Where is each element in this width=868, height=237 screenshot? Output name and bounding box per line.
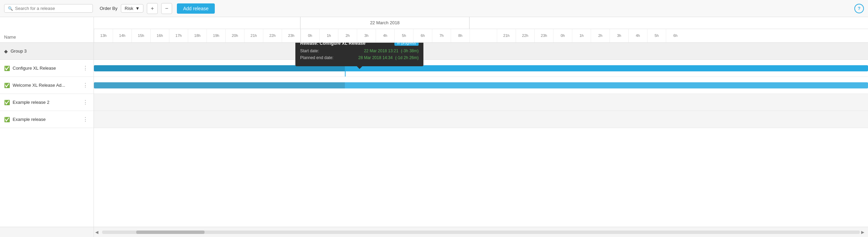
left-panel: Name ◆ Group 3 ✅ Configure XL Release ⋮ …	[0, 17, 94, 237]
group-icon: ◆	[4, 48, 8, 54]
check-icon: ✅	[4, 100, 10, 105]
hour-cell: 5h	[647, 29, 666, 42]
tooltip: Planned end date: 28 Mar 2018 11:34 Runn…	[295, 43, 423, 66]
group-row: ◆ Group 3	[0, 43, 94, 60]
hour-cell: 1h	[319, 29, 338, 42]
hour-cell: 1h	[572, 29, 591, 42]
tooltip-arrow	[357, 66, 362, 69]
hours-before: 13h 14h 15h 16h 17h 18h 19h 20h 21h 22h …	[94, 29, 300, 42]
hour-cell: 23h	[282, 29, 300, 42]
hour-cell: 15h	[131, 29, 150, 42]
hour-cell	[470, 29, 497, 42]
risk-select[interactable]: Risk ▼	[121, 4, 143, 13]
risk-value: Risk	[125, 6, 133, 11]
hour-cell: 17h	[169, 29, 188, 42]
hour-cell: 3h	[610, 29, 628, 42]
tooltip-release-label: Release: Configure XL Release	[300, 43, 365, 46]
in-progress-badge: In progress	[394, 43, 419, 46]
tooltip-start-row: Start date: 22 Mar 2018 13:21 (-3h 38m)	[300, 48, 419, 53]
hour-cell: 8h	[451, 29, 470, 42]
hour-cell: 19h	[207, 29, 225, 42]
more-options-button[interactable]: ⋮	[81, 99, 89, 106]
scroll-left-arrow[interactable]: ◀	[95, 230, 101, 235]
tooltip-start-value: 22 Mar 2018 13:21 (-3h 38m)	[364, 48, 419, 53]
more-options-button[interactable]: ⋮	[81, 116, 89, 123]
hours-after: 21h 22h 23h 0h 1h 2h 3h 4h 5h 6h	[470, 29, 685, 42]
timeline-group-row	[94, 43, 868, 60]
hour-cell: 20h	[225, 29, 244, 42]
search-box[interactable]: 🔍	[4, 4, 93, 13]
check-icon: ✅	[4, 83, 10, 88]
scrollbar-area	[0, 227, 94, 237]
hour-cell: 22h	[516, 29, 534, 42]
group-name: Group 3	[11, 48, 27, 54]
hour-cell: 0h	[300, 29, 319, 42]
scroll-thumb[interactable]	[136, 231, 205, 234]
hour-cell: 14h	[113, 29, 131, 42]
toolbar: 🔍 Order By Risk ▼ + − Add release ?	[0, 0, 868, 17]
main-content: Name ◆ Group 3 ✅ Configure XL Release ⋮ …	[0, 17, 868, 237]
hour-cell: 6h	[666, 29, 685, 42]
hour-cell: 21h	[244, 29, 263, 42]
tooltip-planned-end2-label: Planned end date:	[300, 55, 333, 60]
release-name: Example release 2	[13, 100, 81, 105]
hour-cell: 18h	[188, 29, 207, 42]
release-name: Welcome XL Release Ad...	[13, 83, 81, 88]
release-row[interactable]: ✅ Example release 2 ⋮	[0, 94, 94, 111]
zoom-in-button[interactable]: +	[147, 3, 158, 14]
hour-cell: 21h	[497, 29, 516, 42]
hour-cell: 7h	[432, 29, 451, 42]
release-bar	[94, 65, 868, 71]
hour-cell: 6h	[413, 29, 432, 42]
name-rows: ◆ Group 3 ✅ Configure XL Release ⋮ ✅ Wel…	[0, 43, 94, 227]
hour-cell: 0h	[553, 29, 572, 42]
zoom-out-button[interactable]: −	[161, 3, 172, 14]
tooltip-planned-end2-row: Planned end date: 28 Mar 2018 14:34 (-1d…	[300, 55, 419, 60]
hour-cell: 4h	[376, 29, 394, 42]
horizontal-scrollbar[interactable]: ◀ ▶	[94, 227, 868, 237]
scroll-track	[102, 231, 860, 234]
hour-cell: 2h	[591, 29, 610, 42]
release-name: Example release	[13, 117, 81, 122]
hour-cell: 5h	[394, 29, 413, 42]
release-bar	[94, 82, 868, 88]
hour-cell: 22h	[263, 29, 282, 42]
more-options-button[interactable]: ⋮	[81, 65, 89, 71]
scroll-right-arrow[interactable]: ▶	[861, 230, 867, 235]
help-button[interactable]: ?	[854, 4, 864, 13]
timeline-header: 22 March 2018 13h 14h 15h 16h 17h 18h	[94, 17, 868, 43]
check-icon: ✅	[4, 66, 10, 71]
add-release-button[interactable]: Add release	[177, 3, 215, 14]
timeline-release-row-1[interactable]	[94, 60, 868, 77]
name-column-header: Name	[0, 17, 94, 43]
hour-cell: 4h	[628, 29, 647, 42]
chevron-down-icon: ▼	[135, 6, 140, 11]
timeline-panel: 22 March 2018 13h 14h 15h 16h 17h 18h	[94, 17, 868, 237]
tooltip-start-label: Start date:	[300, 48, 319, 53]
release-row[interactable]: ✅ Configure XL Release ⋮	[0, 60, 94, 77]
hour-cell: 3h	[357, 29, 376, 42]
hours-main: 0h 1h 2h 3h 4h 5h 6h 7h 8h	[300, 29, 470, 42]
search-icon: 🔍	[8, 6, 13, 11]
timeline-body: Planned end date: 28 Mar 2018 11:34 Runn…	[94, 43, 868, 227]
check-icon: ✅	[4, 117, 10, 122]
hour-cell: 23h	[534, 29, 553, 42]
app-container: 🔍 Order By Risk ▼ + − Add release ? Name…	[0, 0, 868, 237]
hour-cell: 16h	[150, 29, 169, 42]
timeline-release-row-2[interactable]	[94, 77, 868, 94]
tooltip-planned-end2-value: 28 Mar 2018 14:34 (-1d 2h 26m)	[358, 55, 419, 60]
timeline-release-row-4[interactable]	[94, 111, 868, 128]
release-row[interactable]: ✅ Example release ⋮	[0, 111, 94, 128]
order-by-label: Order By	[100, 6, 117, 11]
search-input[interactable]	[15, 6, 89, 11]
timeline-release-row-3[interactable]	[94, 94, 868, 111]
date-header: 22 March 2018	[370, 20, 400, 25]
more-options-button[interactable]: ⋮	[81, 82, 89, 88]
hour-cell: 2h	[338, 29, 357, 42]
hour-cell: 13h	[94, 29, 113, 42]
release-row[interactable]: ✅ Welcome XL Release Ad... ⋮	[0, 77, 94, 94]
release-name: Configure XL Release	[13, 66, 81, 71]
